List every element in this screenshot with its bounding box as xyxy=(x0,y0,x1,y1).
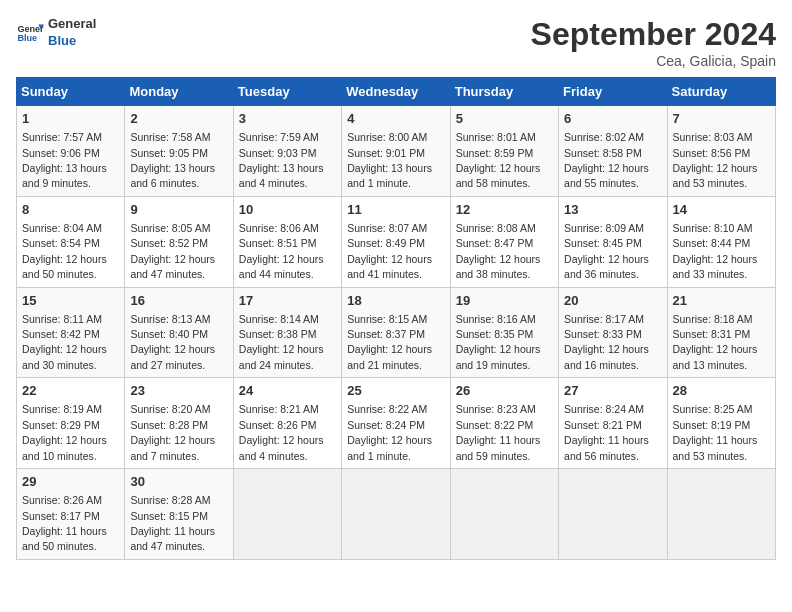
day-number: 20 xyxy=(564,292,661,310)
day-daylight: Daylight: 13 hours and 4 minutes. xyxy=(239,162,324,189)
day-daylight: Daylight: 12 hours and 38 minutes. xyxy=(456,253,541,280)
day-number: 22 xyxy=(22,382,119,400)
day-number: 30 xyxy=(130,473,227,491)
header-wednesday: Wednesday xyxy=(342,78,450,106)
header-saturday: Saturday xyxy=(667,78,775,106)
day-sunset: Sunset: 8:22 PM xyxy=(456,419,534,431)
day-daylight: Daylight: 12 hours and 4 minutes. xyxy=(239,434,324,461)
day-number: 3 xyxy=(239,110,336,128)
calendar-cell: 12 Sunrise: 8:08 AM Sunset: 8:47 PM Dayl… xyxy=(450,196,558,287)
day-number: 23 xyxy=(130,382,227,400)
calendar-cell: 4 Sunrise: 8:00 AM Sunset: 9:01 PM Dayli… xyxy=(342,106,450,197)
day-number: 8 xyxy=(22,201,119,219)
day-daylight: Daylight: 12 hours and 27 minutes. xyxy=(130,343,215,370)
day-sunrise: Sunrise: 8:20 AM xyxy=(130,403,210,415)
day-number: 18 xyxy=(347,292,444,310)
day-sunrise: Sunrise: 8:13 AM xyxy=(130,313,210,325)
day-daylight: Daylight: 12 hours and 41 minutes. xyxy=(347,253,432,280)
day-sunset: Sunset: 8:59 PM xyxy=(456,147,534,159)
header-thursday: Thursday xyxy=(450,78,558,106)
day-sunset: Sunset: 8:45 PM xyxy=(564,237,642,249)
day-sunrise: Sunrise: 8:18 AM xyxy=(673,313,753,325)
day-daylight: Daylight: 12 hours and 24 minutes. xyxy=(239,343,324,370)
day-sunset: Sunset: 8:29 PM xyxy=(22,419,100,431)
calendar-cell xyxy=(233,469,341,560)
calendar-cell: 27 Sunrise: 8:24 AM Sunset: 8:21 PM Dayl… xyxy=(559,378,667,469)
day-daylight: Daylight: 12 hours and 47 minutes. xyxy=(130,253,215,280)
header-sunday: Sunday xyxy=(17,78,125,106)
day-sunset: Sunset: 8:54 PM xyxy=(22,237,100,249)
day-number: 11 xyxy=(347,201,444,219)
location: Cea, Galicia, Spain xyxy=(531,53,776,69)
day-daylight: Daylight: 12 hours and 44 minutes. xyxy=(239,253,324,280)
calendar-cell: 22 Sunrise: 8:19 AM Sunset: 8:29 PM Dayl… xyxy=(17,378,125,469)
weekday-row: Sunday Monday Tuesday Wednesday Thursday… xyxy=(17,78,776,106)
day-daylight: Daylight: 11 hours and 50 minutes. xyxy=(22,525,107,552)
logo-text: General Blue xyxy=(48,16,96,50)
day-sunrise: Sunrise: 8:03 AM xyxy=(673,131,753,143)
day-sunset: Sunset: 9:01 PM xyxy=(347,147,425,159)
day-sunset: Sunset: 8:35 PM xyxy=(456,328,534,340)
day-sunset: Sunset: 8:42 PM xyxy=(22,328,100,340)
day-sunset: Sunset: 8:49 PM xyxy=(347,237,425,249)
day-sunset: Sunset: 8:47 PM xyxy=(456,237,534,249)
day-sunset: Sunset: 9:03 PM xyxy=(239,147,317,159)
day-sunset: Sunset: 8:26 PM xyxy=(239,419,317,431)
calendar-cell: 9 Sunrise: 8:05 AM Sunset: 8:52 PM Dayli… xyxy=(125,196,233,287)
day-sunrise: Sunrise: 8:28 AM xyxy=(130,494,210,506)
day-number: 14 xyxy=(673,201,770,219)
day-sunrise: Sunrise: 8:26 AM xyxy=(22,494,102,506)
calendar-cell: 20 Sunrise: 8:17 AM Sunset: 8:33 PM Dayl… xyxy=(559,287,667,378)
calendar-cell xyxy=(667,469,775,560)
day-sunrise: Sunrise: 8:06 AM xyxy=(239,222,319,234)
day-sunrise: Sunrise: 8:09 AM xyxy=(564,222,644,234)
calendar-cell xyxy=(450,469,558,560)
day-number: 12 xyxy=(456,201,553,219)
calendar-body: 1 Sunrise: 7:57 AM Sunset: 9:06 PM Dayli… xyxy=(17,106,776,560)
day-daylight: Daylight: 12 hours and 7 minutes. xyxy=(130,434,215,461)
day-daylight: Daylight: 11 hours and 53 minutes. xyxy=(673,434,758,461)
day-number: 10 xyxy=(239,201,336,219)
day-sunset: Sunset: 8:31 PM xyxy=(673,328,751,340)
day-sunset: Sunset: 8:52 PM xyxy=(130,237,208,249)
day-sunset: Sunset: 8:38 PM xyxy=(239,328,317,340)
calendar-cell: 3 Sunrise: 7:59 AM Sunset: 9:03 PM Dayli… xyxy=(233,106,341,197)
day-number: 26 xyxy=(456,382,553,400)
calendar-table: Sunday Monday Tuesday Wednesday Thursday… xyxy=(16,77,776,560)
day-daylight: Daylight: 12 hours and 58 minutes. xyxy=(456,162,541,189)
day-daylight: Daylight: 12 hours and 36 minutes. xyxy=(564,253,649,280)
day-number: 13 xyxy=(564,201,661,219)
day-sunset: Sunset: 8:58 PM xyxy=(564,147,642,159)
day-sunset: Sunset: 9:06 PM xyxy=(22,147,100,159)
calendar-header: Sunday Monday Tuesday Wednesday Thursday… xyxy=(17,78,776,106)
month-title: September 2024 xyxy=(531,16,776,53)
day-number: 29 xyxy=(22,473,119,491)
calendar-cell: 29 Sunrise: 8:26 AM Sunset: 8:17 PM Dayl… xyxy=(17,469,125,560)
calendar-cell: 2 Sunrise: 7:58 AM Sunset: 9:05 PM Dayli… xyxy=(125,106,233,197)
day-sunset: Sunset: 8:15 PM xyxy=(130,510,208,522)
day-number: 9 xyxy=(130,201,227,219)
day-sunset: Sunset: 8:40 PM xyxy=(130,328,208,340)
day-sunrise: Sunrise: 8:14 AM xyxy=(239,313,319,325)
calendar-cell: 13 Sunrise: 8:09 AM Sunset: 8:45 PM Dayl… xyxy=(559,196,667,287)
day-number: 25 xyxy=(347,382,444,400)
calendar-cell: 11 Sunrise: 8:07 AM Sunset: 8:49 PM Dayl… xyxy=(342,196,450,287)
day-daylight: Daylight: 11 hours and 59 minutes. xyxy=(456,434,541,461)
day-sunrise: Sunrise: 8:15 AM xyxy=(347,313,427,325)
day-number: 7 xyxy=(673,110,770,128)
day-daylight: Daylight: 12 hours and 13 minutes. xyxy=(673,343,758,370)
day-sunrise: Sunrise: 8:11 AM xyxy=(22,313,102,325)
calendar-cell: 16 Sunrise: 8:13 AM Sunset: 8:40 PM Dayl… xyxy=(125,287,233,378)
day-daylight: Daylight: 12 hours and 10 minutes. xyxy=(22,434,107,461)
day-number: 21 xyxy=(673,292,770,310)
day-daylight: Daylight: 12 hours and 30 minutes. xyxy=(22,343,107,370)
calendar-cell: 28 Sunrise: 8:25 AM Sunset: 8:19 PM Dayl… xyxy=(667,378,775,469)
day-number: 19 xyxy=(456,292,553,310)
day-sunrise: Sunrise: 8:21 AM xyxy=(239,403,319,415)
calendar-cell: 15 Sunrise: 8:11 AM Sunset: 8:42 PM Dayl… xyxy=(17,287,125,378)
day-daylight: Daylight: 12 hours and 55 minutes. xyxy=(564,162,649,189)
day-sunset: Sunset: 8:37 PM xyxy=(347,328,425,340)
day-number: 4 xyxy=(347,110,444,128)
day-sunset: Sunset: 8:21 PM xyxy=(564,419,642,431)
header-tuesday: Tuesday xyxy=(233,78,341,106)
